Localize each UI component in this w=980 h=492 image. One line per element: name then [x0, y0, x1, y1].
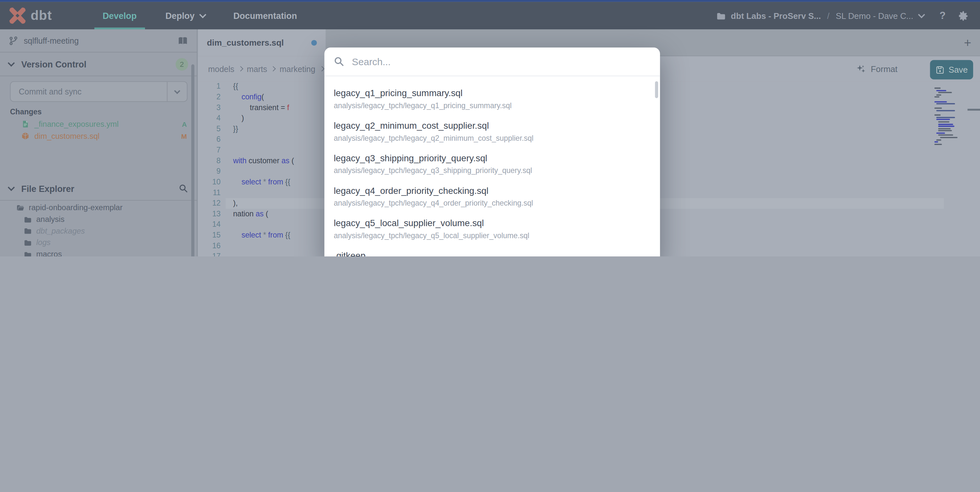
- floppy-disk-icon: [935, 65, 944, 74]
- line-number: 1: [198, 81, 221, 92]
- code-text: ): [233, 113, 244, 124]
- tab-label: dim_customers.sql: [207, 38, 311, 48]
- git-branch-icon: [9, 36, 18, 45]
- minimap-line: [936, 139, 941, 140]
- commit-and-sync-button[interactable]: Commit and sync: [10, 81, 188, 102]
- line-number: 9: [198, 166, 221, 177]
- search-icon[interactable]: [179, 184, 188, 193]
- breadcrumb-item[interactable]: models: [208, 64, 234, 74]
- project-name[interactable]: SL Demo - Dave C...: [836, 11, 913, 21]
- search-result-item[interactable]: legacy_q4_order_priority_checking.sqlana…: [325, 180, 660, 212]
- version-control-header[interactable]: Version Control 2: [0, 53, 197, 76]
- minimap-line: [934, 105, 966, 107]
- nav-link-develop[interactable]: Develop: [88, 2, 151, 29]
- search-input[interactable]: [350, 56, 651, 68]
- change-row[interactable]: dim_customers.sqlM: [0, 130, 197, 142]
- chevron-down-icon: [8, 184, 15, 191]
- chevron-right-icon: [271, 66, 276, 72]
- breadcrumb-item[interactable]: marts: [247, 64, 267, 74]
- tree-item-label: dbt_packages: [36, 227, 85, 236]
- code-text: config(: [233, 92, 264, 103]
- nav-link-label: Documentation: [233, 11, 297, 21]
- minimap-line: [934, 101, 947, 102]
- tab-dim-customers[interactable]: dim_customers.sql: [198, 29, 326, 56]
- modal-scrollbar[interactable]: [655, 81, 658, 98]
- nav-link-label: Deploy: [165, 11, 195, 21]
- save-button[interactable]: Save: [930, 60, 973, 79]
- code-text: select * from {{: [233, 177, 290, 188]
- tree-item-dbt_packages[interactable]: dbt_packages: [0, 225, 197, 237]
- line-number: 6: [198, 134, 221, 145]
- folder-icon: [24, 215, 32, 223]
- format-button[interactable]: Format: [856, 64, 897, 74]
- gear-icon[interactable]: [957, 10, 969, 22]
- tree-item-rapid-onboarding-exemplar[interactable]: rapid-onboarding-exemplar: [0, 202, 197, 214]
- chevron-right-icon: [238, 66, 243, 72]
- branch-name: sqlfluff-meeting: [24, 36, 178, 45]
- minimap-line: [934, 142, 938, 143]
- code-text: }}: [233, 124, 238, 135]
- tree-item-analysis[interactable]: analysis: [0, 213, 197, 225]
- change-status: M: [181, 132, 187, 140]
- change-file-name: _finance_exposures.yml: [35, 119, 182, 128]
- breadcrumb-separator: /: [827, 11, 829, 21]
- line-number: 11: [198, 188, 221, 198]
- minimap-line: [938, 124, 953, 125]
- main-nav: DevelopDeployDocumentation: [88, 2, 312, 29]
- file-explorer-header[interactable]: File Explorer: [0, 177, 197, 201]
- chevron-down-icon: [8, 59, 15, 67]
- dbt-logo[interactable]: dbt: [9, 7, 52, 24]
- line-number: 10: [198, 177, 221, 188]
- help-icon[interactable]: ?: [940, 10, 946, 22]
- breadcrumb-item[interactable]: marketing: [280, 64, 315, 74]
- search-result-item[interactable]: legacy_q3_shipping_priority_query.sqlana…: [325, 148, 660, 180]
- dbt-logo-text: dbt: [30, 8, 52, 23]
- minimap-line: [934, 115, 940, 116]
- search-result-item[interactable]: legacy_q2_minimum_cost_supplier.sqlanaly…: [325, 115, 660, 148]
- modal-search-row: [325, 48, 660, 76]
- new-tab-button[interactable]: +: [964, 37, 971, 48]
- line-number: 16: [198, 241, 221, 252]
- search-result-item[interactable]: legacy_q5_local_supplier_volume.sqlanaly…: [325, 212, 660, 245]
- commit-options-dropdown[interactable]: [167, 82, 187, 101]
- unsaved-dot-icon: [311, 40, 317, 46]
- minimap-line: [934, 112, 966, 113]
- code-text: {{: [233, 81, 238, 92]
- sparkles-icon: [856, 64, 866, 74]
- minimap-line: [938, 131, 952, 132]
- nav-link-label: Develop: [103, 11, 137, 21]
- change-status: A: [182, 120, 187, 128]
- result-path: analysis/legacy_tpch/legacy_q3_shipping_…: [334, 166, 651, 175]
- change-row[interactable]: _finance_exposures.ymlA: [0, 118, 197, 130]
- minimap-line: [938, 135, 953, 136]
- changes-section-label: Changes: [10, 108, 42, 116]
- docs-book-icon[interactable]: [178, 36, 188, 45]
- change-file-name: dim_customers.sql: [35, 132, 181, 140]
- minimap-line: [938, 121, 950, 123]
- changes-list: _finance_exposures.ymlAdim_customers.sql…: [0, 118, 197, 142]
- folder-icon: [24, 239, 32, 247]
- code-minimap[interactable]: [934, 88, 966, 146]
- result-path: analysis/legacy_tpch/legacy_q1_pricing_s…: [334, 101, 651, 110]
- tree-item-macros[interactable]: macros: [0, 248, 197, 256]
- tree-scrollbar[interactable]: [191, 65, 194, 256]
- nav-link-deploy[interactable]: Deploy: [151, 2, 219, 29]
- account-name[interactable]: dbt Labs - ProServ S...: [731, 11, 821, 21]
- version-control-title: Version Control: [21, 59, 176, 69]
- nav-link-documentation[interactable]: Documentation: [219, 2, 312, 29]
- result-path: analysis/legacy_tpch/legacy_q4_order_pri…: [334, 199, 651, 207]
- minimap-line: [934, 108, 942, 109]
- line-number: 13: [198, 209, 221, 220]
- tree-item-logs[interactable]: logs: [0, 237, 197, 248]
- git-branch-row[interactable]: sqlfluff-meeting: [0, 29, 197, 53]
- minimap-line: [936, 119, 950, 120]
- minimap-line: [936, 110, 955, 111]
- search-result-item[interactable]: .gitkeep: [325, 245, 660, 256]
- result-title: legacy_q1_pricing_summary.sql: [334, 88, 651, 98]
- chevron-down-icon[interactable]: [918, 11, 925, 18]
- minimap-slider[interactable]: [967, 109, 980, 111]
- search-result-item[interactable]: legacy_q1_pricing_summary.sqlanalysis/le…: [325, 83, 660, 115]
- minimap-line: [940, 137, 958, 138]
- code-text: with customer as (: [233, 156, 294, 167]
- minimap-line: [936, 103, 955, 105]
